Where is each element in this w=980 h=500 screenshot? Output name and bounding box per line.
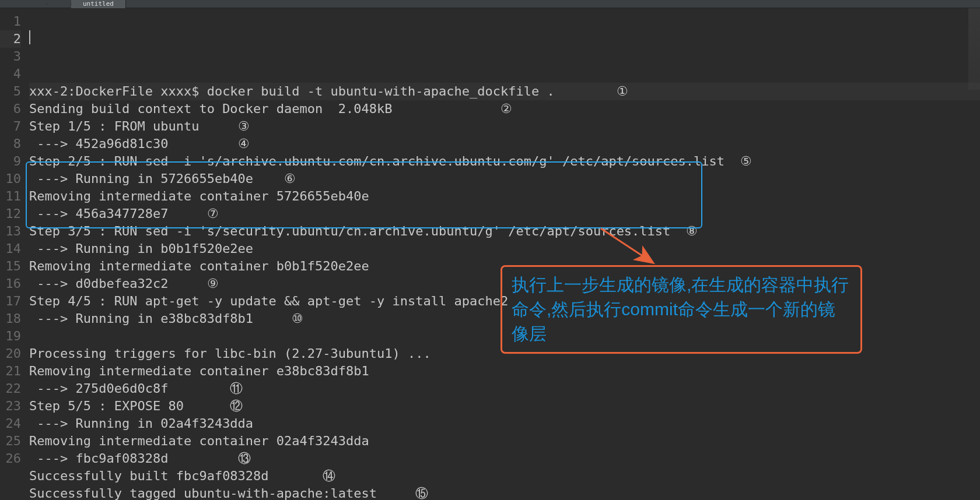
line-number: 5: [0, 83, 21, 100]
code-line[interactable]: ---> fbc9af08328d ⑬: [29, 450, 980, 467]
line-number: 16: [0, 275, 21, 293]
code-line[interactable]: ---> 275d0e6d0c8f ⑪: [29, 380, 980, 397]
line-number: 11: [0, 188, 21, 205]
code-line[interactable]: Removing intermediate container 5726655e…: [29, 188, 980, 205]
annotation-text: 执行上一步生成的镜像,在生成的容器中执行命令,然后执行commit命令生成一个新…: [512, 275, 849, 343]
code-line[interactable]: ---> 456a347728e7 ⑦: [29, 205, 980, 223]
line-number: 26: [0, 450, 21, 467]
line-number: 25: [0, 432, 21, 450]
editor-content[interactable]: xxx-2:DockerFile xxxx$ docker build -t u…: [27, 8, 980, 500]
text-caret: [29, 30, 30, 44]
tab-item[interactable]: [47, 3, 71, 5]
line-number: 1: [0, 13, 21, 30]
code-line[interactable]: Step 5/5 : EXPOSE 80 ⑫: [29, 397, 980, 415]
line-number: 23: [0, 397, 21, 415]
code-line[interactable]: ---> Running in b0b1f520e2ee: [29, 240, 980, 258]
code-line[interactable]: Step 3/5 : RUN sed -i 's/security.ubuntu…: [29, 223, 980, 240]
line-number: 4: [0, 65, 21, 83]
line-number: 19: [0, 328, 21, 345]
line-number-gutter: 1234567891011121314151617181920212223242…: [0, 8, 27, 500]
minimap[interactable]: [968, 8, 980, 90]
line-number: 22: [0, 380, 21, 397]
line-number: 14: [0, 240, 21, 258]
code-line[interactable]: ---> Running in 02a4f3243dda: [29, 415, 980, 432]
code-line[interactable]: Step 1/5 : FROM ubuntu ③: [29, 118, 980, 135]
code-line[interactable]: [29, 65, 980, 83]
line-number: 20: [0, 345, 21, 362]
tab-active[interactable]: untitled: [71, 0, 126, 8]
code-line[interactable]: Step 2/5 : RUN sed -i 's/archive.ubuntu.…: [29, 153, 980, 170]
line-number: 3: [0, 48, 21, 65]
annotation-callout: 执行上一步生成的镜像,在生成的容器中执行命令,然后执行commit命令生成一个新…: [501, 265, 862, 354]
code-line[interactable]: ---> 452a96d81c30 ④: [29, 135, 980, 153]
line-number: 10: [0, 170, 21, 188]
tab-item[interactable]: [23, 3, 47, 5]
code-line[interactable]: ---> Running in 5726655eb40e ⑥: [29, 170, 980, 188]
line-number: 15: [0, 258, 21, 275]
code-line[interactable]: xxx-2:DockerFile xxxx$ docker build -t u…: [29, 83, 980, 100]
code-line[interactable]: Sending build context to Docker daemon 2…: [29, 100, 980, 118]
line-number: 2: [0, 30, 21, 48]
line-number: 6: [0, 100, 21, 118]
line-number: 13: [0, 223, 21, 240]
code-line[interactable]: Successfully tagged ubuntu-with-apache:l…: [29, 485, 980, 500]
code-line[interactable]: Removing intermediate container 02a4f324…: [29, 432, 980, 450]
line-number: 9: [0, 153, 21, 170]
line-number: 18: [0, 310, 21, 328]
line-number: 24: [0, 415, 21, 432]
line-number: 21: [0, 362, 21, 380]
line-number: 8: [0, 135, 21, 153]
line-number: 17: [0, 293, 21, 310]
tab-bar: untitled: [0, 0, 980, 8]
code-line[interactable]: Removing intermediate container e38bc83d…: [29, 362, 980, 380]
line-number: 7: [0, 118, 21, 135]
code-line[interactable]: Successfully built fbc9af08328d ⑭: [29, 467, 980, 485]
editor-area[interactable]: 1234567891011121314151617181920212223242…: [0, 8, 980, 500]
line-number: 12: [0, 205, 21, 223]
